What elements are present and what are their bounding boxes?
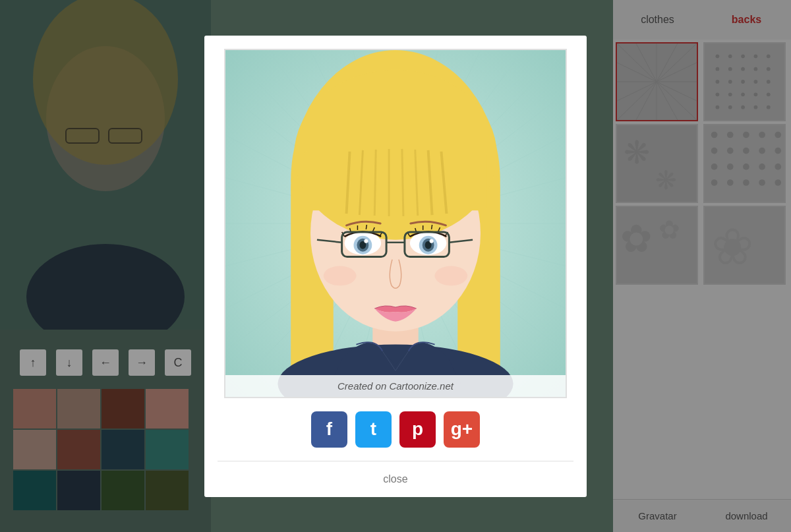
- avatar-svg: [225, 50, 566, 397]
- watermark: Created on Cartoonize.net: [225, 375, 566, 397]
- svg-line-145: [432, 224, 432, 229]
- svg-point-141: [430, 239, 434, 243]
- svg-point-153: [324, 266, 357, 285]
- twitter-button[interactable]: t: [355, 411, 392, 448]
- svg-line-120: [374, 149, 376, 215]
- pinterest-button[interactable]: p: [399, 411, 436, 448]
- google-icon: g+: [451, 419, 473, 440]
- pinterest-icon: p: [412, 419, 423, 440]
- social-buttons: f t p g+: [311, 411, 480, 448]
- modal-avatar-container: Created on Cartoonize.net: [224, 49, 567, 398]
- svg-rect-117: [304, 151, 487, 210]
- facebook-button[interactable]: f: [311, 411, 347, 448]
- close-label: close: [383, 473, 407, 485]
- facebook-icon: f: [326, 419, 332, 440]
- svg-line-134: [366, 224, 366, 229]
- svg-point-154: [435, 266, 468, 285]
- modal-overlay: Created on Cartoonize.net f t p g+ close: [0, 0, 791, 532]
- google-button[interactable]: g+: [444, 411, 480, 448]
- close-button[interactable]: close: [218, 461, 573, 497]
- modal-avatar-background: Created on Cartoonize.net: [225, 50, 566, 397]
- svg-point-130: [364, 239, 368, 243]
- share-modal: Created on Cartoonize.net f t p g+ close: [204, 36, 587, 497]
- twitter-icon: t: [370, 419, 376, 440]
- svg-line-122: [402, 148, 403, 216]
